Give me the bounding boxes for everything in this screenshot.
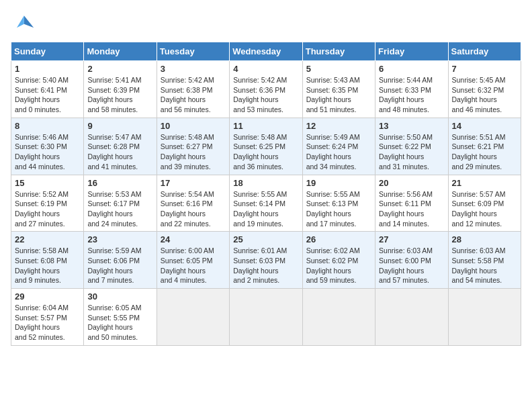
- calendar-week-row: 8Sunrise: 5:46 AMSunset: 6:30 PMDaylight…: [11, 118, 521, 175]
- day-info: Sunrise: 5:43 AMSunset: 6:35 PMDaylight …: [306, 75, 371, 115]
- weekday-header-friday: Friday: [375, 42, 448, 61]
- day-number: 17: [161, 178, 226, 188]
- calendar-week-row: 1Sunrise: 5:40 AMSunset: 6:41 PMDaylight…: [11, 61, 521, 118]
- calendar-day: [375, 289, 448, 346]
- day-number: 23: [87, 234, 152, 244]
- day-info: Sunrise: 5:48 AMSunset: 6:25 PMDaylight …: [233, 132, 298, 172]
- day-number: 14: [452, 121, 517, 131]
- day-number: 18: [233, 178, 298, 188]
- weekday-header-thursday: Thursday: [302, 42, 375, 61]
- day-info: Sunrise: 6:03 AMSunset: 5:58 PMDaylight …: [452, 246, 517, 285]
- day-info: Sunrise: 5:59 AMSunset: 6:06 PMDaylight …: [87, 246, 152, 285]
- day-info: Sunrise: 6:00 AMSunset: 6:05 PMDaylight …: [161, 246, 226, 285]
- calendar-day: 16Sunrise: 5:53 AMSunset: 6:17 PMDayligh…: [84, 175, 157, 232]
- day-info: Sunrise: 5:55 AMSunset: 6:14 PMDaylight …: [233, 189, 298, 229]
- calendar-day: 23Sunrise: 5:59 AMSunset: 6:06 PMDayligh…: [84, 232, 157, 289]
- calendar-day: 11Sunrise: 5:48 AMSunset: 6:25 PMDayligh…: [230, 118, 302, 175]
- day-info: Sunrise: 6:01 AMSunset: 6:03 PMDaylight …: [233, 246, 298, 285]
- calendar-day: 28Sunrise: 6:03 AMSunset: 5:58 PMDayligh…: [448, 232, 521, 289]
- day-info: Sunrise: 5:54 AMSunset: 6:16 PMDaylight …: [161, 189, 226, 229]
- calendar-day: 12Sunrise: 5:49 AMSunset: 6:24 PMDayligh…: [302, 118, 375, 175]
- calendar-day: [230, 289, 302, 346]
- day-number: 6: [379, 64, 444, 74]
- calendar-day: 20Sunrise: 5:56 AMSunset: 6:11 PMDayligh…: [375, 175, 448, 232]
- day-number: 28: [452, 234, 517, 244]
- weekday-header-monday: Monday: [84, 42, 157, 61]
- day-number: 24: [161, 234, 226, 244]
- day-info: Sunrise: 5:50 AMSunset: 6:22 PMDaylight …: [379, 132, 444, 172]
- calendar-day: [448, 289, 521, 346]
- day-info: Sunrise: 5:41 AMSunset: 6:39 PMDaylight …: [87, 75, 152, 115]
- weekday-header-row: SundayMondayTuesdayWednesdayThursdayFrid…: [11, 42, 521, 61]
- calendar-day: 24Sunrise: 6:00 AMSunset: 6:05 PMDayligh…: [157, 232, 229, 289]
- calendar-day: 17Sunrise: 5:54 AMSunset: 6:16 PMDayligh…: [157, 175, 229, 232]
- day-info: Sunrise: 6:04 AMSunset: 5:57 PMDaylight …: [15, 303, 80, 342]
- day-info: Sunrise: 5:53 AMSunset: 6:17 PMDaylight …: [87, 189, 152, 229]
- day-number: 16: [87, 178, 152, 188]
- calendar-day: 5Sunrise: 5:43 AMSunset: 6:35 PMDaylight…: [302, 61, 375, 118]
- calendar-week-row: 15Sunrise: 5:52 AMSunset: 6:19 PMDayligh…: [11, 175, 521, 232]
- calendar-day: 1Sunrise: 5:40 AMSunset: 6:41 PMDaylight…: [11, 61, 84, 118]
- day-number: 10: [161, 121, 226, 131]
- day-number: 27: [379, 234, 444, 244]
- day-info: Sunrise: 5:55 AMSunset: 6:13 PMDaylight …: [306, 189, 371, 229]
- calendar-day: 18Sunrise: 5:55 AMSunset: 6:14 PMDayligh…: [230, 175, 302, 232]
- svg-marker-0: [24, 15, 34, 28]
- day-info: Sunrise: 5:44 AMSunset: 6:33 PMDaylight …: [379, 75, 444, 115]
- day-info: Sunrise: 5:42 AMSunset: 6:36 PMDaylight …: [233, 75, 298, 115]
- day-info: Sunrise: 6:03 AMSunset: 6:00 PMDaylight …: [379, 246, 444, 285]
- calendar-day: 10Sunrise: 5:48 AMSunset: 6:27 PMDayligh…: [157, 118, 229, 175]
- day-info: Sunrise: 6:02 AMSunset: 6:02 PMDaylight …: [306, 246, 371, 285]
- day-number: 13: [379, 121, 444, 131]
- day-info: Sunrise: 5:52 AMSunset: 6:19 PMDaylight …: [15, 189, 80, 229]
- day-info: Sunrise: 5:48 AMSunset: 6:27 PMDaylight …: [161, 132, 226, 172]
- day-info: Sunrise: 5:45 AMSunset: 6:32 PMDaylight …: [452, 75, 517, 115]
- day-number: 25: [233, 234, 298, 244]
- day-info: Sunrise: 5:49 AMSunset: 6:24 PMDaylight …: [306, 132, 371, 172]
- calendar-day: 7Sunrise: 5:45 AMSunset: 6:32 PMDaylight…: [448, 61, 521, 118]
- day-info: Sunrise: 6:05 AMSunset: 5:55 PMDaylight …: [87, 303, 152, 342]
- weekday-header-tuesday: Tuesday: [157, 42, 229, 61]
- day-info: Sunrise: 5:40 AMSunset: 6:41 PMDaylight …: [15, 75, 80, 115]
- weekday-header-wednesday: Wednesday: [230, 42, 302, 61]
- logo: [11, 11, 38, 35]
- calendar-day: 4Sunrise: 5:42 AMSunset: 6:36 PMDaylight…: [230, 61, 302, 118]
- calendar-day: 8Sunrise: 5:46 AMSunset: 6:30 PMDaylight…: [11, 118, 84, 175]
- logo-icon: [11, 11, 35, 35]
- day-info: Sunrise: 5:47 AMSunset: 6:28 PMDaylight …: [87, 132, 152, 172]
- weekday-header-saturday: Saturday: [448, 42, 521, 61]
- day-number: 29: [15, 291, 80, 302]
- calendar-day: 2Sunrise: 5:41 AMSunset: 6:39 PMDaylight…: [84, 61, 157, 118]
- day-number: 8: [15, 121, 80, 131]
- calendar-day: [157, 289, 229, 346]
- calendar-day: 27Sunrise: 6:03 AMSunset: 6:00 PMDayligh…: [375, 232, 448, 289]
- day-number: 3: [161, 64, 226, 74]
- day-number: 20: [379, 178, 444, 188]
- calendar-day: [302, 289, 375, 346]
- day-number: 15: [15, 178, 80, 188]
- calendar-day: 15Sunrise: 5:52 AMSunset: 6:19 PMDayligh…: [11, 175, 84, 232]
- day-number: 30: [87, 291, 152, 302]
- calendar-day: 14Sunrise: 5:51 AMSunset: 6:21 PMDayligh…: [448, 118, 521, 175]
- day-info: Sunrise: 5:42 AMSunset: 6:38 PMDaylight …: [161, 75, 226, 115]
- calendar-day: 3Sunrise: 5:42 AMSunset: 6:38 PMDaylight…: [157, 61, 229, 118]
- svg-marker-1: [17, 15, 24, 28]
- day-number: 2: [87, 64, 152, 74]
- calendar-day: 13Sunrise: 5:50 AMSunset: 6:22 PMDayligh…: [375, 118, 448, 175]
- day-number: 5: [306, 64, 371, 74]
- page-header: [11, 11, 521, 35]
- day-info: Sunrise: 5:51 AMSunset: 6:21 PMDaylight …: [452, 132, 517, 172]
- day-number: 1: [15, 64, 80, 74]
- calendar-day: 22Sunrise: 5:58 AMSunset: 6:08 PMDayligh…: [11, 232, 84, 289]
- calendar-day: 29Sunrise: 6:04 AMSunset: 5:57 PMDayligh…: [11, 289, 84, 346]
- day-number: 22: [15, 234, 80, 244]
- weekday-header-sunday: Sunday: [11, 42, 84, 61]
- calendar-day: 30Sunrise: 6:05 AMSunset: 5:55 PMDayligh…: [84, 289, 157, 346]
- calendar-day: 6Sunrise: 5:44 AMSunset: 6:33 PMDaylight…: [375, 61, 448, 118]
- day-info: Sunrise: 5:58 AMSunset: 6:08 PMDaylight …: [15, 246, 80, 285]
- calendar-week-row: 29Sunrise: 6:04 AMSunset: 5:57 PMDayligh…: [11, 289, 521, 346]
- day-info: Sunrise: 5:56 AMSunset: 6:11 PMDaylight …: [379, 189, 444, 229]
- day-number: 9: [87, 121, 152, 131]
- calendar-day: 25Sunrise: 6:01 AMSunset: 6:03 PMDayligh…: [230, 232, 302, 289]
- day-info: Sunrise: 5:46 AMSunset: 6:30 PMDaylight …: [15, 132, 80, 172]
